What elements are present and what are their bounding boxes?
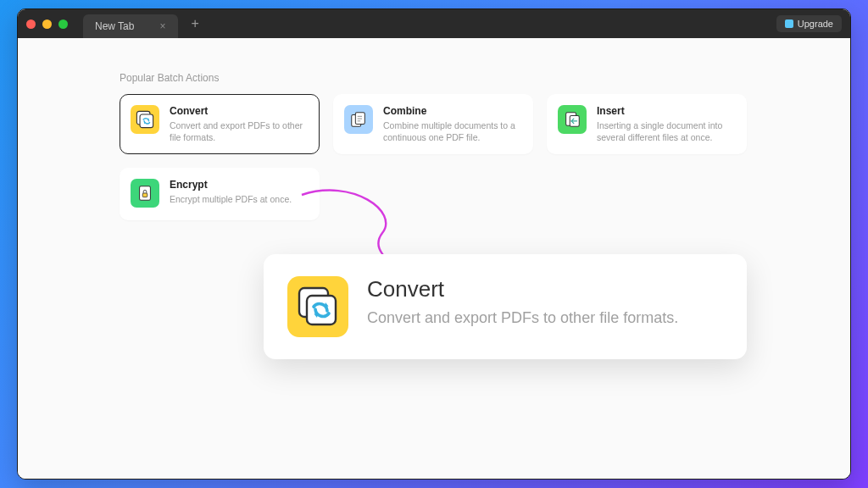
add-tab-icon[interactable]: + [192,16,199,31]
combine-icon [344,105,373,134]
upgrade-badge-icon [785,19,793,28]
content-area: Popular Batch Actions Convert Convert an… [18,38,850,479]
browser-tab[interactable]: New Tab × [83,14,178,38]
card-desc: Convert and export PDFs to other file fo… [170,119,309,143]
card-combine[interactable]: Combine Combine multiple documents to a … [333,94,533,154]
card-desc: Combine multiple documents to a continuo… [383,119,522,143]
section-title: Popular Batch Actions [120,72,748,84]
batch-actions-grid: Convert Convert and export PDFs to other… [120,94,747,220]
card-title: Insert [597,105,736,117]
detail-convert-icon [287,276,348,337]
traffic-lights [26,19,68,29]
encrypt-icon [131,179,159,208]
detail-callout: Convert Convert and export PDFs to other… [264,254,747,359]
card-encrypt[interactable]: Encrypt Encrypt multiple PDFs at once. [120,168,320,220]
detail-desc: Convert and export PDFs to other file fo… [367,308,678,328]
svg-rect-9 [307,296,336,324]
card-desc: Encrypt multiple PDFs at once. [170,193,309,205]
close-icon[interactable] [26,19,36,29]
card-insert[interactable]: Insert Inserting a single document into … [547,94,747,154]
maximize-icon[interactable] [58,19,68,29]
minimize-icon[interactable] [42,19,52,29]
upgrade-button[interactable]: Upgrade [776,15,842,32]
card-convert[interactable]: Convert Convert and export PDFs to other… [120,94,320,154]
card-title: Encrypt [170,179,309,191]
upgrade-label: Upgrade [798,19,833,29]
card-desc: Inserting a single document into several… [597,119,736,143]
detail-title: Convert [367,276,678,302]
tab-title: New Tab [95,20,134,32]
close-tab-icon[interactable]: × [159,20,165,32]
svg-rect-7 [142,193,147,197]
titlebar: New Tab × + Upgrade [18,9,850,38]
insert-icon [558,105,587,134]
app-window: New Tab × + Upgrade Popular Batch Action… [17,8,851,480]
card-title: Combine [383,105,522,117]
convert-icon [131,105,159,134]
svg-rect-1 [140,114,153,128]
card-title: Convert [170,105,309,117]
